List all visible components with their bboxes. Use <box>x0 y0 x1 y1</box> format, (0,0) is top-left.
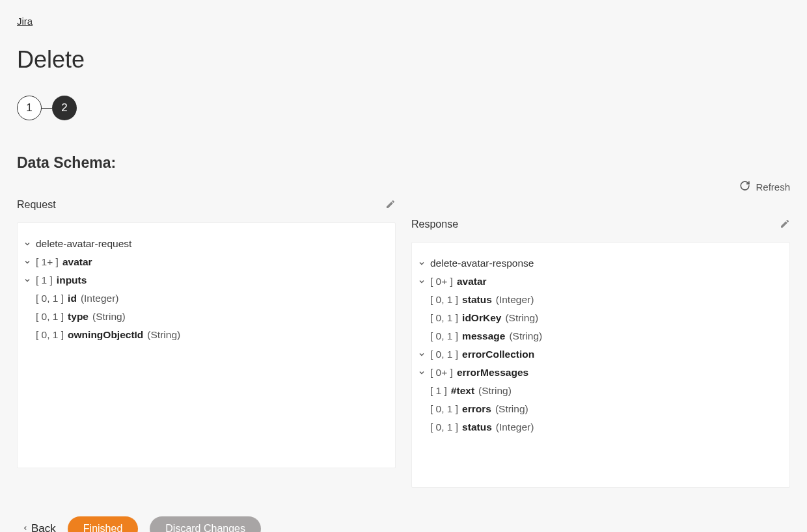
cardinality: [ 0, 1 ] <box>36 293 64 304</box>
back-label: Back <box>31 522 56 532</box>
cardinality: [ 0, 1 ] <box>430 294 458 306</box>
chevron-down-icon[interactable] <box>417 259 426 267</box>
cardinality: [ 0, 1 ] <box>430 421 458 433</box>
node-type: (String) <box>495 403 528 415</box>
tree-node[interactable]: [ 0, 1 ] owningObjectId (String) <box>23 326 385 344</box>
tree-node[interactable]: delete-avatar-response <box>417 254 779 273</box>
node-type: (Integer) <box>496 421 534 433</box>
node-name: errorCollection <box>462 349 534 360</box>
cardinality: [ 0, 1 ] <box>36 311 64 323</box>
tree-node[interactable]: [ 0, 1 ] errors (String) <box>417 400 779 418</box>
cardinality: [ 0+ ] <box>430 276 453 287</box>
node-name: delete-avatar-response <box>430 258 534 269</box>
tree-node[interactable]: [ 1 ] #text (String) <box>417 382 779 400</box>
response-column: Refresh Response delete-avatar-response[… <box>411 195 790 488</box>
cardinality: [ 0, 1 ] <box>430 330 458 342</box>
edit-response-icon[interactable] <box>780 219 790 231</box>
node-type: (String) <box>478 385 512 397</box>
chevron-down-icon[interactable] <box>417 351 426 358</box>
tree-node[interactable]: [ 0, 1 ] errorCollection <box>417 345 779 364</box>
node-name: errors <box>462 403 491 415</box>
tree-node[interactable]: [ 0, 1 ] type (String) <box>23 308 385 326</box>
node-name: message <box>462 330 505 342</box>
node-name: avatar <box>62 256 92 268</box>
node-name: type <box>68 311 89 323</box>
tree-node[interactable]: [ 0+ ] avatar <box>417 273 779 291</box>
chevron-down-icon[interactable] <box>23 258 32 266</box>
refresh-icon <box>739 180 750 193</box>
tree-node[interactable]: [ 1+ ] avatar <box>23 253 385 271</box>
stepper: 1 2 <box>17 96 790 120</box>
node-type: (String) <box>505 312 538 324</box>
cardinality: [ 1 ] <box>36 274 53 286</box>
section-heading: Data Schema: <box>17 154 790 172</box>
request-tree: delete-avatar-request[ 1+ ] avatar[ 1 ] … <box>23 235 385 344</box>
chevron-down-icon[interactable] <box>23 276 32 284</box>
refresh-label: Refresh <box>756 181 790 193</box>
footer: Back Finished Discard Changes <box>17 516 790 532</box>
node-name: status <box>462 421 492 433</box>
node-name: #text <box>451 385 474 397</box>
cardinality: [ 0+ ] <box>430 367 453 379</box>
node-name: owningObjectId <box>68 329 143 341</box>
node-name: errorMessages <box>457 367 528 379</box>
step-2[interactable]: 2 <box>52 96 77 120</box>
cardinality: [ 0, 1 ] <box>36 329 64 341</box>
tree-node[interactable]: [ 1 ] inputs <box>23 271 385 289</box>
step-1[interactable]: 1 <box>17 96 42 120</box>
tree-node[interactable]: [ 0, 1 ] id (Integer) <box>23 289 385 308</box>
node-name: delete-avatar-request <box>36 238 131 250</box>
tree-node[interactable]: [ 0, 1 ] message (String) <box>417 327 779 345</box>
chevron-down-icon[interactable] <box>417 369 426 377</box>
step-connector <box>42 108 52 109</box>
tree-node[interactable]: delete-avatar-request <box>23 235 385 253</box>
node-name: inputs <box>57 274 87 286</box>
tree-node[interactable]: [ 0+ ] errorMessages <box>417 364 779 382</box>
discard-button[interactable]: Discard Changes <box>150 516 261 532</box>
node-type: (String) <box>92 311 126 323</box>
tree-node[interactable]: [ 0, 1 ] status (Integer) <box>417 418 779 436</box>
node-name: avatar <box>457 276 487 287</box>
tree-node[interactable]: [ 0, 1 ] status (Integer) <box>417 291 779 309</box>
node-type: (Integer) <box>81 293 119 304</box>
request-label: Request <box>17 199 56 211</box>
breadcrumb-link[interactable]: Jira <box>17 16 33 27</box>
node-type: (Integer) <box>496 294 534 306</box>
response-label: Response <box>411 219 458 230</box>
node-type: (String) <box>147 329 180 341</box>
page-title: Delete <box>17 46 790 73</box>
node-type: (String) <box>509 330 542 342</box>
response-tree: delete-avatar-response[ 0+ ] avatar[ 0, … <box>417 254 779 436</box>
node-name: id <box>68 293 77 304</box>
node-name: status <box>462 294 492 306</box>
cardinality: [ 0, 1 ] <box>430 403 458 415</box>
finished-button[interactable]: Finished <box>68 516 138 532</box>
cardinality: [ 0, 1 ] <box>430 312 458 324</box>
chevron-left-icon <box>22 522 29 532</box>
chevron-down-icon[interactable] <box>417 278 426 286</box>
tree-node[interactable]: [ 0, 1 ] idOrKey (String) <box>417 309 779 327</box>
cardinality: [ 0, 1 ] <box>430 349 458 360</box>
chevron-down-icon[interactable] <box>23 240 32 248</box>
cardinality: [ 1 ] <box>430 385 447 397</box>
edit-request-icon[interactable] <box>385 199 396 211</box>
node-name: idOrKey <box>462 312 501 324</box>
cardinality: [ 1+ ] <box>36 256 59 268</box>
request-column: Request delete-avatar-request[ 1+ ] avat… <box>17 195 396 488</box>
back-button[interactable]: Back <box>22 522 56 532</box>
refresh-button[interactable]: Refresh <box>739 180 790 193</box>
